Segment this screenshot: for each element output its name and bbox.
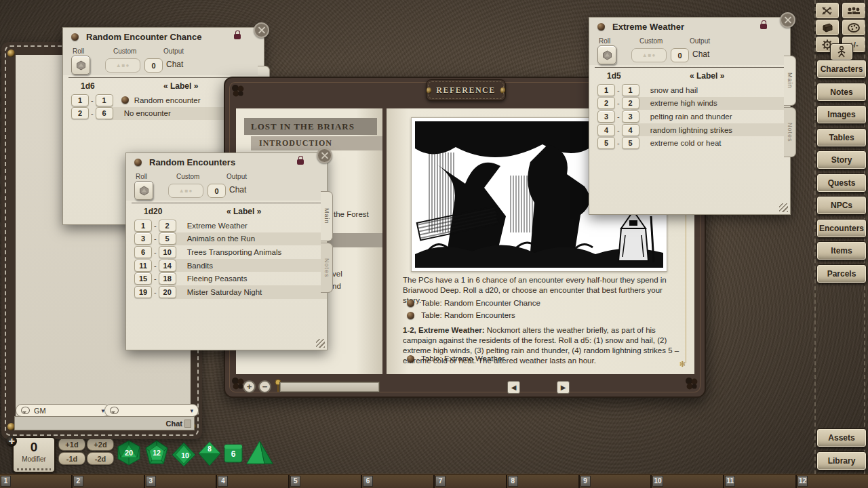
- remove-two-dice-button[interactable]: -2d: [87, 452, 114, 465]
- sidebar-button-quests[interactable]: Quests: [816, 174, 867, 192]
- lock-icon[interactable]: [760, 24, 767, 29]
- table-row[interactable]: 6-10Trees Transporting Animals: [134, 245, 327, 259]
- table-link[interactable]: Table: Random Encounter Chance: [407, 299, 540, 307]
- row-label[interactable]: Mister Saturday Night: [187, 288, 262, 296]
- output-value[interactable]: Chat: [166, 60, 183, 69]
- hotkey-slot[interactable]: 11: [724, 475, 795, 488]
- table-row[interactable]: 19-20Mister Saturday Night: [134, 285, 327, 299]
- range-to-field[interactable]: 5: [622, 137, 639, 149]
- toc-chapter-entry[interactable]: LOST IN THE BRIARS: [244, 118, 377, 135]
- table-row[interactable]: 3-3pelting rain and thunder: [597, 110, 790, 123]
- close-icon[interactable]: [317, 148, 332, 163]
- range-to-field[interactable]: 4: [622, 124, 639, 136]
- range-from-field[interactable]: 3: [597, 110, 615, 123]
- table-row[interactable]: 1-1snow and hail: [597, 83, 790, 97]
- sidebar-button-notes[interactable]: Notes: [816, 83, 867, 102]
- previous-page-button[interactable]: ◀: [507, 381, 520, 394]
- d20-die[interactable]: 20: [115, 439, 142, 466]
- sidebar-button-assets[interactable]: Assets: [816, 428, 867, 447]
- hotkey-slot[interactable]: 10: [652, 475, 723, 488]
- tab-notes[interactable]: Notes: [784, 107, 796, 157]
- add-die-button[interactable]: +1d: [58, 438, 85, 451]
- custom-dice-buttons[interactable]: ▲■●: [631, 48, 667, 62]
- hotkey-slot[interactable]: 7: [435, 475, 506, 488]
- range-from-field[interactable]: 3: [134, 232, 152, 245]
- output-value[interactable]: Chat: [229, 185, 246, 195]
- custom-dice-buttons[interactable]: ▲■●: [168, 184, 203, 198]
- resize-handle[interactable]: [779, 203, 788, 212]
- hotkey-slot[interactable]: 3: [145, 475, 216, 488]
- range-from-field[interactable]: 2: [597, 97, 615, 109]
- chat-send-label[interactable]: Chat: [166, 420, 182, 428]
- sidebar-button-items[interactable]: Items: [816, 241, 867, 260]
- range-to-field[interactable]: 1: [96, 94, 113, 106]
- sidebar-button-characters[interactable]: Characters: [816, 60, 867, 79]
- range-from-field[interactable]: 1: [71, 94, 89, 106]
- table-link[interactable]: Table: Random Encounters: [407, 311, 515, 319]
- row-label[interactable]: Bandits: [187, 262, 213, 270]
- roll-button[interactable]: [134, 181, 153, 200]
- tab-main[interactable]: Main: [784, 56, 796, 106]
- modifier-options-icon[interactable]: ✚: [6, 436, 17, 447]
- speaker-dropdown[interactable]: GM ▾: [16, 404, 110, 417]
- table-row[interactable]: 11-14Bandits: [134, 259, 327, 272]
- horizontal-scrollbar[interactable]: [279, 382, 380, 392]
- table-row[interactable]: 4-4random lightning strikes: [597, 123, 790, 137]
- range-from-field[interactable]: 1: [597, 84, 615, 96]
- hotkey-slot[interactable]: 9: [580, 475, 651, 488]
- sidebar-button-encounters[interactable]: Encounters: [816, 219, 867, 238]
- range-from-field[interactable]: 5: [597, 137, 615, 149]
- row-label[interactable]: random lightning strikes: [650, 126, 732, 134]
- table-row[interactable]: 2-2extreme high winds: [597, 97, 790, 110]
- hotkey-slot[interactable]: 1: [0, 475, 71, 488]
- chat-entry-field[interactable]: Chat: [14, 416, 195, 430]
- range-to-field[interactable]: 2: [622, 97, 639, 109]
- d12-die[interactable]: 12: [144, 440, 170, 466]
- tab-main[interactable]: Main: [321, 191, 333, 241]
- row-label[interactable]: Random encounter: [134, 96, 201, 104]
- sidebar-button-parcels[interactable]: Parcels: [816, 264, 867, 283]
- range-to-field[interactable]: 20: [159, 286, 176, 298]
- custom-modifier-box[interactable]: 0: [208, 184, 226, 198]
- lock-icon[interactable]: [234, 34, 241, 39]
- row-label[interactable]: extreme high winds: [650, 99, 717, 107]
- sidebar-button-tables[interactable]: Tables: [816, 128, 867, 147]
- sidebar-button-story[interactable]: Story: [816, 150, 867, 169]
- table-row[interactable]: 15-18Fleeing Peasants: [134, 272, 327, 285]
- book-title-plaque[interactable]: REFERENCE: [426, 79, 506, 101]
- d6-die[interactable]: 6: [222, 443, 244, 464]
- table-link[interactable]: Table: Extreme Weather: [407, 354, 505, 363]
- sidebar-button-library[interactable]: Library: [816, 451, 867, 470]
- range-to-field[interactable]: 5: [159, 232, 176, 245]
- d4-die[interactable]: [245, 439, 274, 466]
- hotkey-slot[interactable]: 8: [507, 475, 578, 488]
- sidebar-button-npcs[interactable]: NPCs: [816, 196, 867, 215]
- table-row[interactable]: 3-5Animals on the Run: [134, 232, 327, 246]
- close-icon[interactable]: [780, 12, 795, 28]
- hotkey-slot[interactable]: 4: [217, 475, 288, 488]
- tab-notes[interactable]: Notes: [321, 243, 333, 293]
- zoom-in-button[interactable]: +: [243, 380, 256, 393]
- range-to-field[interactable]: 3: [622, 110, 639, 123]
- toc-entry-partial[interactable]: nd: [332, 282, 341, 290]
- row-label[interactable]: Animals on the Run: [187, 235, 255, 243]
- range-from-field[interactable]: 11: [134, 260, 152, 272]
- range-from-field[interactable]: 2: [71, 107, 89, 119]
- close-icon[interactable]: [254, 22, 269, 38]
- range-to-field[interactable]: 14: [159, 260, 176, 272]
- lock-icon[interactable]: [297, 159, 304, 165]
- range-to-field[interactable]: 18: [159, 272, 176, 285]
- scrollbar-thumb[interactable]: [281, 383, 378, 391]
- link-icon[interactable]: [121, 96, 129, 104]
- range-to-field[interactable]: 6: [96, 107, 113, 119]
- range-from-field[interactable]: 6: [134, 246, 152, 258]
- add-two-dice-button[interactable]: +2d: [87, 438, 114, 451]
- row-label[interactable]: pelting rain and thunder: [650, 113, 732, 121]
- language-dropdown[interactable]: ▾: [104, 404, 199, 417]
- table-row[interactable]: 1-2Extreme Weather: [134, 219, 327, 232]
- roll-button[interactable]: [597, 45, 616, 64]
- zoom-out-button[interactable]: −: [258, 380, 271, 393]
- range-to-field[interactable]: 10: [159, 246, 176, 258]
- output-value[interactable]: Chat: [692, 49, 709, 59]
- roll-button[interactable]: [71, 56, 90, 75]
